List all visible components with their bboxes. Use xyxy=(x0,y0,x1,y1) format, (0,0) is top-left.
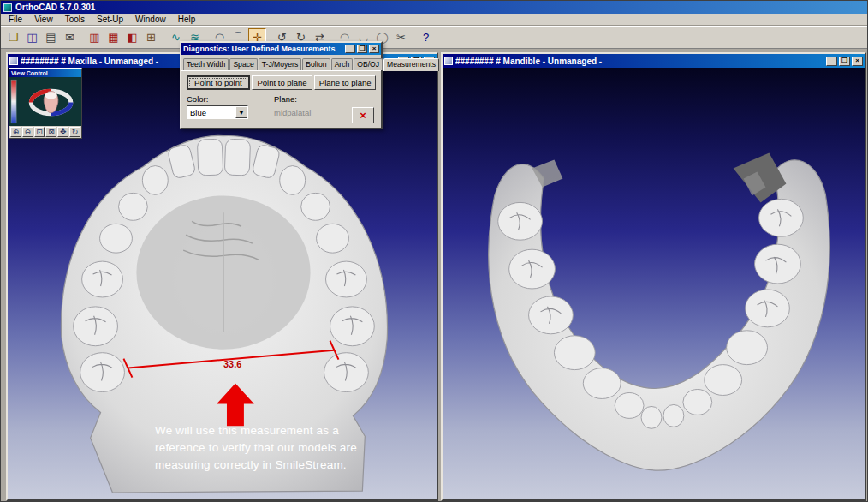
menu-window[interactable]: Window xyxy=(129,14,172,25)
view-slider[interactable] xyxy=(11,80,16,123)
dialog-title: Diagnostics: User Defined Measurements xyxy=(183,45,336,53)
view-orientation-control[interactable] xyxy=(9,77,81,126)
dialog-restore-button[interactable]: ❐ xyxy=(357,45,367,53)
dialog-tabs: Teeth WidthSpaceT-J/MoyersBoltonArchOB/O… xyxy=(181,55,381,71)
save-icon[interactable]: ◫ xyxy=(23,28,41,46)
mandible-cast xyxy=(489,153,830,471)
annotation-line: reference to verify that our models are xyxy=(155,439,386,457)
mandible-viewport[interactable] xyxy=(443,68,865,499)
report-table-icon[interactable]: ⊞ xyxy=(142,28,160,46)
color-label: Color: xyxy=(187,94,274,104)
menu-bar: FileViewToolsSet-UpWindowHelp xyxy=(1,14,867,26)
maxilla-viewport[interactable]: 33.6 We will use this measurement as are… xyxy=(8,68,437,499)
tab-teeth-width[interactable]: Teeth Width xyxy=(183,58,229,70)
color-dropdown[interactable]: Blue ▼ xyxy=(187,105,248,119)
annotation-line: measuring correctly in SmileStream. xyxy=(155,457,386,474)
cut-tool-icon[interactable]: ✂ xyxy=(392,28,410,46)
menu-view[interactable]: View xyxy=(28,14,59,25)
app-icon xyxy=(3,3,12,12)
view-control-title: View Control xyxy=(11,70,48,76)
app-titlebar[interactable]: OrthoCAD 5.7.0.301 xyxy=(1,1,867,14)
model-window-icon xyxy=(444,57,453,65)
mandible-window-title: ######## # Mandible - Unmanaged - xyxy=(455,57,823,66)
dialog-minimize-button[interactable]: _ xyxy=(345,45,355,53)
menu-set-up[interactable]: Set-Up xyxy=(91,14,129,25)
plane-to-plane-button[interactable]: Plane to plane xyxy=(314,75,376,90)
dialog-button-row: Point to pointPoint to planePlane to pla… xyxy=(187,75,376,90)
patient-chart-icon[interactable]: ▥ xyxy=(86,28,104,46)
annotation-text: We will use this measurement as areferen… xyxy=(155,422,386,474)
menu-help[interactable]: Help xyxy=(172,14,202,25)
diagnostics-grid-icon[interactable]: ◧ xyxy=(123,28,141,46)
zoom-window-icon[interactable]: ⊡ xyxy=(34,127,45,137)
x-icon: × xyxy=(360,109,366,122)
mandible-close-button[interactable]: × xyxy=(852,57,863,66)
rotate-3d-icon[interactable]: ↻ xyxy=(69,127,80,137)
view-control-panel: View Control xyxy=(9,68,82,139)
chevron-down-icon[interactable]: ▼ xyxy=(235,106,247,118)
open-folder-icon[interactable]: ❒ xyxy=(4,28,22,46)
occlusion-view-icon[interactable]: ▦ xyxy=(104,28,122,46)
toolbar: ❒◫▤✉▥▦◧⊞∿≋◠⌒✛↺↻⇄◠◡◯✂? xyxy=(1,26,867,49)
tab-bolton[interactable]: Bolton xyxy=(302,58,330,70)
zoom-fit-icon[interactable]: ⊠ xyxy=(45,127,56,137)
zoom-in-icon[interactable]: ⊕ xyxy=(10,127,21,137)
zoom-out-icon[interactable]: ⊖ xyxy=(22,127,33,137)
dialog-close-x-button[interactable]: × xyxy=(352,107,374,123)
menu-file[interactable]: File xyxy=(3,14,28,25)
dialog-close-button[interactable]: × xyxy=(369,45,379,53)
mandible-window: ######## # Mandible - Unmanaged - _ ❐ × xyxy=(441,52,866,501)
orthocad-window: OrthoCAD 5.7.0.301 FileViewToolsSet-UpWi… xyxy=(0,0,868,502)
point-to-point-button[interactable]: Point to point xyxy=(187,75,250,90)
tab-ob-oj[interactable]: OB/OJ xyxy=(354,58,383,70)
color-dropdown-value: Blue xyxy=(187,108,235,117)
tab-t-j-moyers[interactable]: T-J/Moyers xyxy=(259,58,302,70)
point-to-plane-button[interactable]: Point to plane xyxy=(252,75,313,90)
help-icon[interactable]: ? xyxy=(417,28,435,46)
mandible-titlebar[interactable]: ######## # Mandible - Unmanaged - _ ❐ × xyxy=(443,54,865,68)
mandible-restore-button[interactable]: ❐ xyxy=(839,57,850,66)
email-icon[interactable]: ✉ xyxy=(61,28,79,46)
dialog-body: Point to pointPoint to planePlane to pla… xyxy=(181,71,381,128)
view-control-titlebar[interactable]: View Control xyxy=(9,69,81,77)
view-control-buttons: ⊕⊖⊡⊠✥↻ xyxy=(9,126,81,138)
mandible-minimize-button[interactable]: _ xyxy=(826,57,837,66)
tab-arch[interactable]: Arch xyxy=(331,58,354,70)
plane-label: Plane: xyxy=(274,94,361,104)
tab-space[interactable]: Space xyxy=(229,58,257,70)
tab-measurements[interactable]: Measurements xyxy=(383,58,439,71)
model-window-icon xyxy=(9,57,18,65)
mandible-model xyxy=(443,68,865,499)
dialog-titlebar[interactable]: Diagnostics: User Defined Measurements _… xyxy=(181,43,381,55)
app-title: OrthoCAD 5.7.0.301 xyxy=(15,3,95,12)
plane-value: midpalatal xyxy=(274,108,311,117)
menu-tools[interactable]: Tools xyxy=(59,14,91,25)
view-control-widget[interactable] xyxy=(9,77,81,126)
annotation-line: We will use this measurement as a xyxy=(155,422,386,439)
pan-icon[interactable]: ✥ xyxy=(57,127,68,137)
measurements-dialog: Diagnostics: User Defined Measurements _… xyxy=(180,41,383,129)
print-icon[interactable]: ▤ xyxy=(42,28,60,46)
